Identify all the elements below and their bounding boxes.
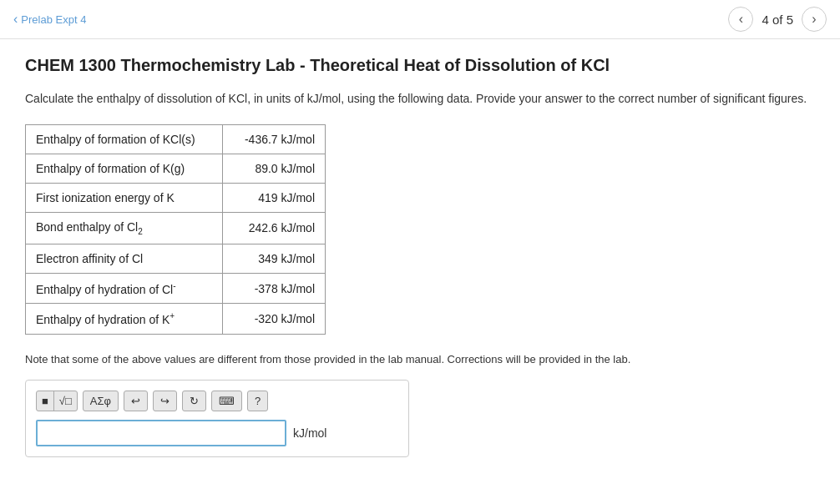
main-content: CHEM 1300 Thermochemistry Lab - Theoreti…	[0, 39, 840, 474]
back-link[interactable]: Prelab Expt 4	[13, 12, 86, 27]
row-value: -378 kJ/mol	[222, 273, 325, 304]
row-label: Electron affinity of Cl	[26, 244, 223, 273]
table-row: Electron affinity of Cl349 kJ/mol	[26, 244, 326, 273]
row-label: Enthalpy of hydration of K+	[26, 304, 223, 335]
table-row: Bond enthalpy of Cl2242.6 kJ/mol	[26, 213, 326, 244]
table-row: Enthalpy of hydration of K+-320 kJ/mol	[26, 304, 326, 335]
redo-button[interactable]: ↪	[153, 391, 177, 411]
row-label: Enthalpy of formation of K(g)	[26, 154, 223, 184]
answer-area: ■ √□ ΑΣφ ↩ ↪ ↻ ⌨ ? kJ/mol	[25, 380, 409, 457]
row-value: 419 kJ/mol	[222, 184, 325, 213]
formula-icon[interactable]: √□	[54, 391, 77, 411]
row-value: 242.6 kJ/mol	[222, 213, 325, 244]
undo-button[interactable]: ↩	[124, 391, 148, 411]
block-icon[interactable]: ■	[37, 391, 54, 411]
row-label: First ionization energy of K	[26, 184, 223, 213]
note-text: Note that some of the above values are d…	[25, 351, 815, 368]
row-value: -320 kJ/mol	[222, 304, 325, 335]
unit-label: kJ/mol	[293, 426, 326, 440]
table-row: First ionization energy of K419 kJ/mol	[26, 184, 326, 213]
row-label: Bond enthalpy of Cl2	[26, 213, 223, 244]
table-row: Enthalpy of hydration of Cl--378 kJ/mol	[26, 273, 326, 304]
pagination: ‹ 4 of 5 ›	[728, 7, 827, 32]
next-button[interactable]: ›	[802, 7, 827, 32]
table-row: Enthalpy of formation of K(g)89.0 kJ/mol	[26, 154, 326, 184]
answer-input[interactable]	[36, 420, 286, 446]
greek-button[interactable]: ΑΣφ	[83, 391, 119, 411]
row-value: 89.0 kJ/mol	[222, 154, 325, 184]
row-label: Enthalpy of hydration of Cl-	[26, 273, 223, 304]
top-navigation: Prelab Expt 4 ‹ 4 of 5 ›	[0, 0, 840, 39]
answer-row: kJ/mol	[36, 420, 398, 446]
row-label: Enthalpy of formation of KCl(s)	[26, 125, 223, 154]
row-value: -436.7 kJ/mol	[222, 125, 325, 154]
refresh-button[interactable]: ↻	[182, 391, 206, 411]
instructions-text: Calculate the enthalpy of dissolution of…	[25, 90, 815, 108]
insert-icon-group[interactable]: ■ √□	[36, 391, 78, 411]
page-title: CHEM 1300 Thermochemistry Lab - Theoreti…	[25, 56, 815, 75]
page-indicator: 4 of 5	[762, 13, 793, 27]
table-row: Enthalpy of formation of KCl(s)-436.7 kJ…	[26, 125, 326, 154]
row-value: 349 kJ/mol	[222, 244, 325, 273]
help-button[interactable]: ?	[247, 391, 268, 411]
prev-button[interactable]: ‹	[728, 7, 753, 32]
keyboard-button[interactable]: ⌨	[211, 391, 242, 411]
answer-toolbar: ■ √□ ΑΣφ ↩ ↪ ↻ ⌨ ?	[36, 391, 398, 411]
data-table: Enthalpy of formation of KCl(s)-436.7 kJ…	[25, 124, 326, 335]
